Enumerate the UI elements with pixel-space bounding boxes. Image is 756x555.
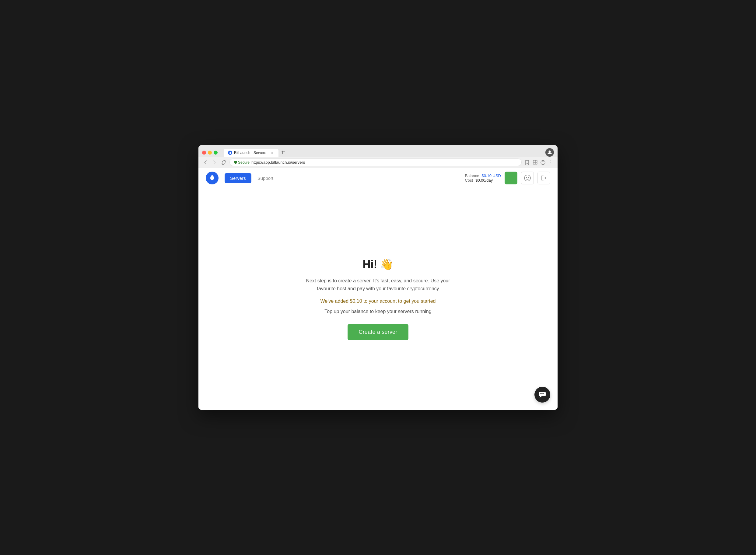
- topup-text: Top up your balance to keep your servers…: [299, 309, 457, 314]
- profile-face-icon: [524, 175, 531, 181]
- nav-support-button[interactable]: Support: [257, 176, 274, 181]
- welcome-section: Hi! 👋 Next step is to create a server. I…: [299, 258, 457, 340]
- svg-rect-3: [533, 160, 535, 162]
- svg-rect-1: [282, 152, 285, 152]
- svg-point-10: [524, 175, 531, 181]
- titlebar-top: BitLaunch - Servers ×: [202, 148, 554, 157]
- app-nav: Servers Support Balance $0.10 USD Cost $…: [199, 168, 557, 188]
- svg-point-11: [526, 177, 527, 178]
- address-url: https://app.bitlaunch.io/servers: [251, 160, 305, 165]
- minimize-button[interactable]: [208, 151, 212, 155]
- svg-point-9: [543, 161, 543, 162]
- svg-rect-4: [535, 160, 537, 162]
- tab-title: BitLaunch - Servers: [234, 151, 268, 155]
- close-button[interactable]: [202, 151, 206, 155]
- cost-value: $0.00/day: [475, 178, 493, 182]
- forward-button[interactable]: [211, 159, 218, 166]
- browser-tab[interactable]: BitLaunch - Servers ×: [224, 149, 279, 157]
- balance-info: Balance $0.10 USD Cost $0.00/day: [465, 173, 501, 182]
- svg-rect-16: [542, 393, 544, 394]
- address-bar[interactable]: Secure https://app.bitlaunch.io/servers: [229, 159, 522, 166]
- nav-servers-button[interactable]: Servers: [224, 173, 251, 183]
- svg-rect-0: [283, 151, 283, 154]
- welcome-description: Next step is to create a server. It's fa…: [299, 277, 457, 292]
- create-server-button[interactable]: Create a server: [347, 324, 408, 340]
- svg-rect-6: [535, 163, 537, 164]
- browser-titlebar: BitLaunch - Servers ×: [199, 145, 557, 157]
- more-button[interactable]: ⋮: [548, 160, 554, 166]
- tab-favicon: [228, 151, 232, 155]
- app-content: Servers Support Balance $0.10 USD Cost $…: [199, 168, 557, 410]
- svg-rect-15: [540, 393, 542, 394]
- new-tab-button[interactable]: [279, 148, 288, 157]
- address-actions: ⋮: [524, 160, 554, 166]
- tab-manager-button[interactable]: [532, 160, 538, 166]
- address-bar-row: Secure https://app.bitlaunch.io/servers: [199, 157, 557, 168]
- tab-close-button[interactable]: ×: [270, 151, 274, 155]
- refresh-button[interactable]: [220, 159, 227, 166]
- cost-label: Cost: [465, 178, 473, 182]
- logout-icon: [541, 175, 547, 181]
- heading-text: Hi!: [363, 258, 377, 271]
- secure-badge: Secure: [234, 160, 250, 165]
- bonus-text: We've added $0.10 to your account to get…: [299, 298, 457, 304]
- app-logo: [206, 172, 218, 184]
- balance-row: Balance $0.10 USD: [465, 173, 501, 178]
- maximize-button[interactable]: [214, 151, 218, 155]
- wave-emoji: 👋: [380, 258, 393, 271]
- balance-value: $0.10 USD: [481, 173, 501, 178]
- profile-button[interactable]: [545, 148, 554, 157]
- tab-bar: BitLaunch - Servers ×: [224, 148, 288, 157]
- nav-right: Balance $0.10 USD Cost $0.00/day +: [465, 172, 550, 184]
- svg-point-2: [549, 151, 551, 153]
- cost-row: Cost $0.00/day: [465, 178, 501, 182]
- traffic-lights: [202, 151, 218, 155]
- svg-rect-14: [539, 392, 546, 396]
- logout-button[interactable]: [538, 172, 550, 184]
- browser-window: BitLaunch - Servers ×: [199, 145, 557, 410]
- balance-label: Balance: [465, 173, 479, 178]
- info-button[interactable]: [540, 160, 546, 166]
- profile-icon-button[interactable]: [521, 172, 534, 184]
- bookmark-button[interactable]: [524, 160, 530, 166]
- welcome-heading: Hi! 👋: [299, 258, 457, 271]
- logo-icon: [208, 174, 216, 182]
- add-server-button[interactable]: +: [505, 172, 517, 184]
- chat-widget-button[interactable]: [535, 387, 550, 402]
- svg-rect-5: [533, 163, 535, 164]
- secure-label: Secure: [238, 160, 250, 165]
- chat-icon: [538, 391, 546, 398]
- favicon-icon: [229, 152, 232, 154]
- main-content: Hi! 👋 Next step is to create a server. I…: [199, 188, 557, 410]
- svg-point-12: [528, 177, 529, 178]
- back-button[interactable]: [202, 159, 209, 166]
